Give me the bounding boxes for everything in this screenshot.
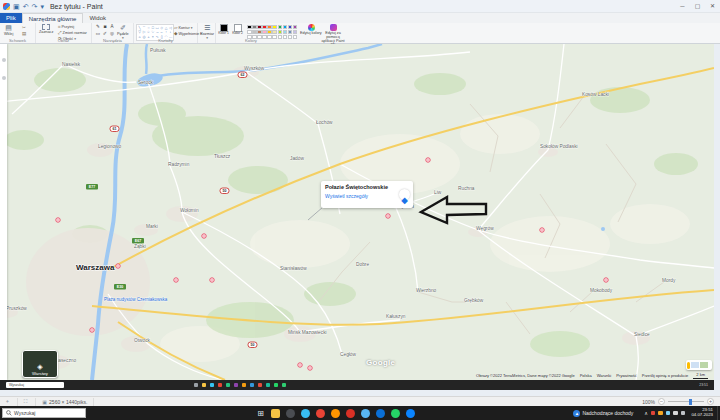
attribution-link[interactable]: Prześlij opinię o produkcie bbox=[642, 373, 688, 378]
tray-expand-icon[interactable]: ∧ bbox=[644, 410, 648, 416]
taskbar-app-icons: ⊞ bbox=[256, 409, 415, 418]
palette-swatch[interactable] bbox=[252, 30, 257, 34]
edit-colors-button[interactable]: Edytuj kolory bbox=[300, 24, 322, 35]
attribution-link[interactable]: Warunki bbox=[597, 373, 612, 378]
tooltip-details-link[interactable]: Wyświetl szczegóły bbox=[325, 193, 409, 199]
captured-app-icon bbox=[282, 383, 286, 387]
palette-swatch[interactable] bbox=[293, 25, 298, 29]
widgets-button[interactable]: ▲ Nadchodzące dochody bbox=[570, 409, 636, 418]
taskbar-icon-store[interactable] bbox=[376, 409, 385, 418]
group-label-image: Obraz bbox=[36, 38, 91, 43]
copy-icon: ▤ bbox=[22, 31, 26, 36]
paint-canvas-map-screenshot[interactable]: E30E67E7762615050 WarszawaNasielskSerock… bbox=[0, 44, 714, 380]
palette-swatch[interactable] bbox=[293, 30, 298, 34]
map-layers-button[interactable]: ◈ Warstwy bbox=[22, 350, 58, 378]
stroke-size-button[interactable]: ☰ Rozmiar ▾ bbox=[200, 24, 214, 40]
tool-icon[interactable]: A bbox=[109, 24, 115, 30]
palette-swatch[interactable] bbox=[283, 30, 288, 34]
directions-icon: ◆ bbox=[401, 196, 407, 205]
palette-swatch[interactable] bbox=[272, 30, 277, 34]
zoom-out-button[interactable]: − bbox=[658, 398, 665, 405]
palette-swatch[interactable] bbox=[257, 30, 262, 34]
palette-swatch[interactable] bbox=[293, 35, 298, 39]
close-button[interactable]: ✕ bbox=[705, 0, 720, 13]
palette-swatch[interactable] bbox=[262, 25, 267, 29]
directions-button[interactable]: ◆ bbox=[399, 189, 410, 200]
palette-swatch[interactable] bbox=[278, 25, 283, 29]
map-poi-label: Plaża nudystów Czerniakowska bbox=[104, 297, 168, 302]
select-button[interactable]: Zaznacz bbox=[39, 24, 53, 34]
taskbar-icon-whatsapp[interactable] bbox=[391, 409, 400, 418]
palette-swatch[interactable] bbox=[267, 25, 272, 29]
palette-swatch[interactable] bbox=[278, 30, 283, 34]
tool-icon[interactable]: ◙ bbox=[102, 24, 108, 30]
taskbar-clock[interactable]: 23:51 04.07.2023 bbox=[691, 408, 713, 418]
captured-taskbar-strip: Wyszukaj 23:51 bbox=[0, 380, 714, 390]
paint3d-icon bbox=[330, 24, 337, 31]
terrain-thumb[interactable] bbox=[700, 362, 708, 368]
taskbar-icon-file-explorer[interactable] bbox=[271, 409, 280, 418]
tool-icon[interactable]: ✐ bbox=[102, 31, 108, 37]
minimize-button[interactable]: ─ bbox=[675, 0, 690, 13]
tray-icon[interactable] bbox=[651, 411, 656, 416]
taskbar-icon-edge[interactable] bbox=[301, 409, 310, 418]
captured-app-icon bbox=[202, 383, 206, 387]
copy-button[interactable]: ▤ bbox=[22, 31, 26, 36]
widget-label: Nadchodzące dochody bbox=[582, 410, 633, 416]
taskbar-icon-start[interactable]: ⊞ bbox=[256, 409, 265, 418]
zoom-slider[interactable] bbox=[668, 401, 704, 403]
map-type-thumb[interactable] bbox=[691, 362, 699, 368]
palette-swatch[interactable] bbox=[247, 30, 252, 34]
palette-swatch[interactable] bbox=[257, 25, 262, 29]
tool-icon[interactable]: ✎ bbox=[95, 24, 101, 30]
gmaps-panel-edge bbox=[0, 44, 7, 380]
taskbar-icon-chrome[interactable] bbox=[316, 409, 325, 418]
map-label: Marki bbox=[146, 224, 158, 229]
qat-dropdown-icon[interactable]: ▾ bbox=[40, 3, 44, 10]
palette-swatch[interactable] bbox=[262, 30, 267, 34]
palette-swatch[interactable] bbox=[267, 30, 272, 34]
palette-swatch[interactable] bbox=[288, 30, 293, 34]
zoom-in-button[interactable]: + bbox=[707, 398, 714, 405]
paste-button[interactable]: ▤ Wklej bbox=[4, 24, 13, 36]
taskbar-icon-photos[interactable] bbox=[361, 409, 370, 418]
maximize-button[interactable]: ▢ bbox=[690, 0, 705, 13]
group-shapes: ╲⌒○□▭◇△◁▽▷☆♡→←↑↓⌂◎+×∿▯◠… ▱Kontur▾ ◆Wypeł… bbox=[134, 23, 198, 43]
attribution-link[interactable]: Polska bbox=[580, 373, 592, 378]
pegman-icon[interactable] bbox=[687, 362, 690, 369]
tab-view[interactable]: Widok bbox=[83, 13, 112, 23]
taskbar-icon-settings[interactable] bbox=[286, 409, 295, 418]
save-button[interactable]: ▣ bbox=[13, 3, 20, 10]
tray-icon[interactable] bbox=[673, 411, 678, 416]
zoom-slider-thumb[interactable] bbox=[689, 399, 692, 405]
palette-swatch[interactable] bbox=[272, 25, 277, 29]
pegman-bar[interactable] bbox=[686, 360, 712, 370]
tray-icon[interactable] bbox=[666, 411, 671, 416]
undo-button[interactable]: ↶ bbox=[23, 3, 29, 10]
tray-icon[interactable] bbox=[658, 411, 663, 416]
cut-button[interactable]: ✂ bbox=[22, 25, 26, 30]
taskbar-search-box[interactable]: Wyszukaj bbox=[2, 408, 86, 418]
redo-button[interactable]: ↷ bbox=[32, 3, 38, 10]
tool-icon[interactable]: ▭ bbox=[95, 31, 101, 37]
color1-button[interactable]: Kolor 1 bbox=[217, 24, 230, 36]
palette-swatch[interactable] bbox=[252, 25, 257, 29]
taskbar-icon-messenger[interactable] bbox=[406, 409, 415, 418]
map-label: Jadów bbox=[290, 156, 304, 161]
resize-button[interactable]: ⤢Zmień rozmiar bbox=[58, 30, 87, 35]
palette-swatch[interactable] bbox=[288, 25, 293, 29]
palette-swatch[interactable] bbox=[283, 25, 288, 29]
tab-file[interactable]: Plik bbox=[0, 13, 22, 23]
tool-icon[interactable]: ◎ bbox=[109, 31, 115, 37]
attribution-link[interactable]: Prywatność bbox=[616, 373, 637, 378]
tray-icon[interactable] bbox=[681, 411, 686, 416]
palette-swatch[interactable] bbox=[288, 35, 293, 39]
color2-button[interactable]: Kolor 2 bbox=[231, 24, 244, 36]
taskbar-icon-firefox[interactable] bbox=[331, 409, 340, 418]
small-lake bbox=[601, 227, 605, 231]
crop-button[interactable]: ⌗Przytnij bbox=[58, 24, 87, 29]
taskbar-icon-opera[interactable] bbox=[346, 409, 355, 418]
tab-home[interactable]: Narzędzia główne bbox=[22, 13, 84, 23]
palette-swatch[interactable] bbox=[247, 25, 252, 29]
window-title: Bez tytułu - Paint bbox=[50, 3, 103, 10]
